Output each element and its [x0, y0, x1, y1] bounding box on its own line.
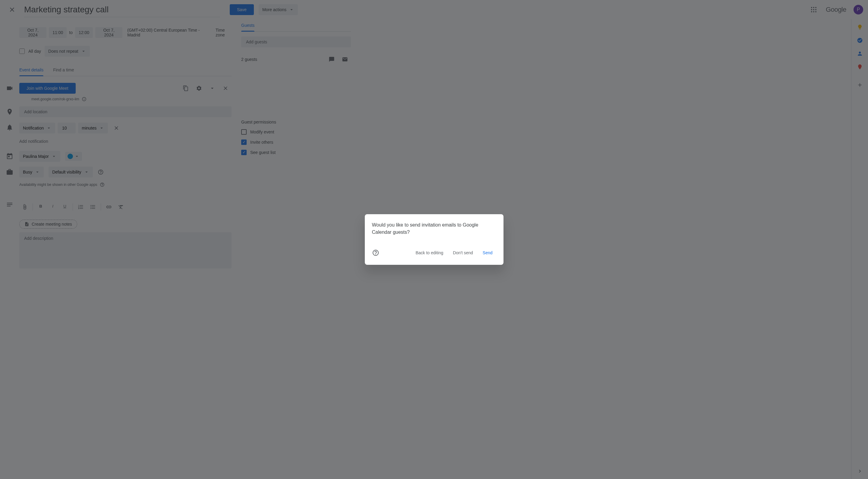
back-to-editing-button[interactable]: Back to editing: [412, 248, 447, 258]
send-invitation-modal: Would you like to send invitation emails…: [0, 0, 868, 479]
modal-help-button[interactable]: [372, 249, 379, 256]
dont-send-button[interactable]: Don't send: [449, 248, 477, 258]
modal-title: Would you like to send invitation emails…: [372, 221, 496, 236]
send-button[interactable]: Send: [479, 248, 496, 258]
